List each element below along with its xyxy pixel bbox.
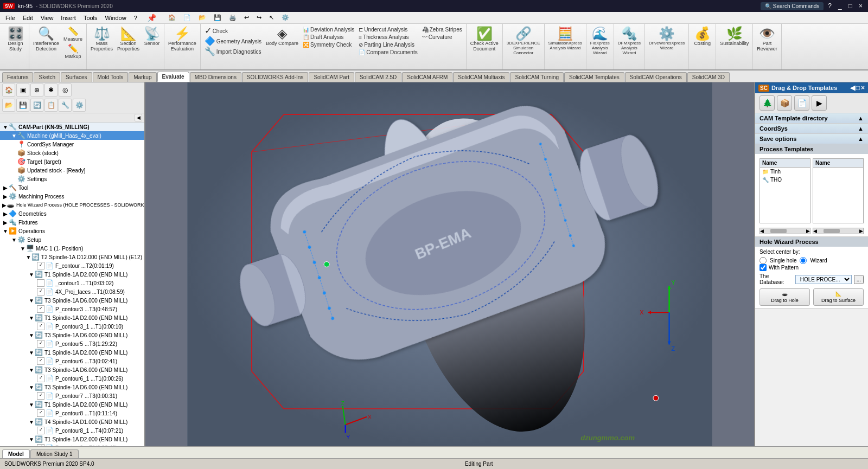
t3a-expand[interactable]: ▼ — [28, 298, 35, 304]
tab-sw-addins[interactable]: SOLIDWORKS Add-Ins — [242, 72, 308, 82]
root-expand[interactable]: ▼ — [2, 124, 9, 130]
lp-btn-9[interactable]: 📋 — [44, 99, 58, 112]
mach-expand[interactable]: ▶ — [2, 194, 9, 200]
cam-template-collapse[interactable]: ▲ — [858, 115, 864, 121]
cam-template-header[interactable]: CAM Template directory ▲ — [755, 113, 868, 123]
machine-expand[interactable]: ▼ — [11, 133, 17, 139]
btn-3dexp[interactable]: 🔗 3DEXPERIENCESimulationConnector — [505, 26, 542, 56]
coordsys-header[interactable]: CoordSys ▲ — [755, 124, 868, 133]
quick-print[interactable]: 🖨️ — [226, 13, 240, 22]
tree-item-t3a[interactable]: ▼ 🔄 T3 Spindle-1A D6.000 (END MILL) — [0, 296, 144, 305]
tab-scam-part[interactable]: SolidCAM Part — [309, 72, 354, 82]
tree-item-operations[interactable]: ▼ ▶️ Operations — [0, 227, 144, 235]
tree-item-machining[interactable]: ▶ ⚙️ Machining Process — [0, 192, 144, 201]
btn-thickness[interactable]: ≡ Thickness Analysis — [357, 34, 419, 41]
btn-mass-props[interactable]: ⚖️ MassProperties — [89, 26, 114, 53]
quick-home[interactable]: 🏠 — [165, 13, 179, 22]
rp-expand-btn[interactable]: □ — [856, 84, 860, 92]
menu-window[interactable]: Window — [102, 14, 130, 22]
database-select[interactable]: HOLE PROCE... — [795, 275, 852, 284]
tree-item-fixtures[interactable]: ▶ 🔩 Fixtures — [0, 218, 144, 227]
lp-btn-6[interactable]: 📂 — [2, 99, 15, 112]
btn-drag-to-surface[interactable]: 📐 Drag to Surface — [813, 288, 864, 306]
tab-scam-templates[interactable]: SolidCAM Templates — [564, 72, 624, 82]
tree-item-t3c[interactable]: ▼ 🔄 T3 Spindle-1A D6.000 (END MILL) — [0, 365, 144, 374]
lp-btn-10[interactable]: 🔧 — [59, 99, 72, 112]
btn-interference[interactable]: 🔍 InterferenceDetection — [31, 26, 61, 53]
tree-item-machine[interactable]: ▼ 🔧 Machine (gMill_Haas_4x_eval) — [0, 131, 144, 140]
tree-item-settings[interactable]: ⚙️ Settings — [0, 175, 144, 183]
tab-scam-afrm[interactable]: SolidCAM AFRM — [402, 72, 452, 82]
quick-new[interactable]: 📄 — [180, 13, 194, 22]
lp-btn-7[interactable]: 💾 — [16, 99, 29, 112]
tab-model[interactable]: Model — [2, 449, 30, 458]
tab-markup[interactable]: Markup — [129, 72, 156, 82]
p8-checkbox[interactable]: ✓ — [37, 409, 44, 417]
radio-wizard[interactable] — [800, 257, 807, 264]
close-btn[interactable]: × — [857, 2, 865, 10]
tab-evaluate[interactable]: Evaluate — [157, 72, 189, 82]
tree-root[interactable]: ▼ 🔧 CAM-Part (KN-95_MILLING) — [0, 123, 144, 131]
coordsys-collapse[interactable]: ▲ — [858, 125, 864, 132]
sb-right-btn[interactable]: ◀ — [813, 228, 817, 234]
tab-scam-25d[interactable]: SolidCAM 2.5D — [355, 72, 401, 82]
lp-btn-1[interactable]: 🏠 — [2, 83, 15, 97]
t1a-expand[interactable]: ▼ — [28, 272, 35, 278]
tree-item-t3d[interactable]: ▼ 🔄 T3 Spindle-1A D6.000 (END MILL) — [0, 383, 144, 391]
lp-btn-4[interactable]: ✱ — [44, 83, 58, 97]
quick-select[interactable]: ↖ — [266, 13, 277, 22]
t3b-expand[interactable]: ▼ — [28, 332, 35, 338]
btn-floXpress[interactable]: 🌊 FloXpressAnalysisWizard — [589, 26, 611, 56]
rp-close-btn[interactable]: × — [861, 84, 865, 92]
p9-checkbox[interactable]: ✓ — [37, 444, 44, 446]
tree-item-t1a[interactable]: ▼ 🔄 T1 Spindle-1A D2.000 (END MILL) — [0, 270, 144, 279]
sb-left-thumb[interactable] — [770, 229, 787, 233]
rp-collapse-btn[interactable]: ◀ — [850, 84, 855, 92]
tree-item-pcontour3-1[interactable]: ✓ 📄 P_contour3_1 ...T1(0:00:10) — [0, 322, 144, 331]
menu-edit[interactable]: Edit — [20, 14, 36, 22]
p31-checkbox[interactable]: ✓ — [37, 323, 44, 330]
btn-sustainability[interactable]: 🌿 Sustainability — [718, 26, 750, 47]
tree-item-pcontour6-1[interactable]: ✓ 📄 P_contour6_1 ...T1(0:00:26) — [0, 374, 144, 383]
tree-item-t2[interactable]: ▼ 🔄 T2 Spindle-1A D12.000 (END MILL) (E1… — [0, 253, 144, 261]
tree-item-pcontour8-1[interactable]: ✓ 📄 P_contour8_1 ...T4(0:07:21) — [0, 426, 144, 435]
tree-item-coordsys[interactable]: 📍 CoordSys Manager — [0, 140, 144, 149]
radio-single-hole[interactable] — [760, 257, 767, 264]
btn-markup[interactable]: ✏️ Markup — [62, 43, 84, 60]
mac1-expand[interactable]: ▼ — [20, 246, 26, 252]
lp-btn-3[interactable]: ⊕ — [30, 83, 43, 97]
ops-expand[interactable]: ▼ — [2, 228, 9, 234]
pt-item-tho[interactable]: 🔧 THO — [760, 176, 810, 184]
tab-scam-3d[interactable]: SolidCAM 3D — [687, 72, 730, 82]
t1b-expand[interactable]: ▼ — [28, 315, 35, 321]
btn-check[interactable]: ✓ Check — [203, 26, 263, 36]
quick-save[interactable]: 💾 — [210, 13, 225, 22]
pt-scrollbar-right[interactable]: ◀ ▶ — [813, 228, 864, 234]
t1c-expand[interactable]: ▼ — [28, 350, 35, 356]
sb-right-btn2[interactable]: ▶ — [859, 228, 863, 234]
btn-check-active[interactable]: ✅ Check ActiveDocument — [469, 26, 500, 53]
tab-features[interactable]: Features — [2, 72, 33, 82]
p5-checkbox[interactable]: ✓ — [37, 340, 44, 348]
sb-left-btn2[interactable]: ▶ — [806, 228, 810, 234]
sb-right-thumb[interactable] — [824, 229, 840, 233]
quick-open[interactable]: 📂 — [195, 13, 209, 22]
menu-file[interactable]: File — [2, 14, 18, 22]
btn-simxpress[interactable]: 🧮 SimulationXpressAnalysis Wizard — [547, 26, 584, 52]
search-box[interactable]: 🔍 Search Commands — [761, 2, 824, 10]
btn-parting[interactable]: ⊘ Parting Line Analysis — [357, 41, 419, 48]
tab-surfaces[interactable]: Surfaces — [61, 72, 92, 82]
tree-item-pcontour5[interactable]: ✓ 📄 P_contour5 ...T3(1:29:22) — [0, 339, 144, 348]
tab-motion-study[interactable]: Motion Study 1 — [30, 449, 79, 458]
quick-undo[interactable]: ↩ — [241, 13, 252, 22]
btn-draft[interactable]: 📋 Draft Analysis — [301, 34, 356, 41]
tree-item-t1c[interactable]: ▼ 🔄 T1 Spindle-1A D2.000 (END MILL) — [0, 348, 144, 357]
btn-performance[interactable]: ⚡ PerformanceEvaluation — [167, 26, 198, 53]
tree-item-pcontour7[interactable]: ✓ 📄 P_contour7 ...T3(0:00:31) — [0, 391, 144, 400]
lp-btn-11[interactable]: ⚙️ — [73, 99, 86, 112]
tab-scam-multi[interactable]: SolidCAM Multiaxis — [453, 72, 509, 82]
btn-costing[interactable]: 💰 Costing — [692, 26, 712, 47]
maximize-btn[interactable]: □ — [846, 2, 854, 10]
tree-item-target[interactable]: 🎯 Target (target) — [0, 157, 144, 166]
tree-item-mac1[interactable]: ▼ 🖥️ MAC 1 (1- Position) — [0, 244, 144, 253]
